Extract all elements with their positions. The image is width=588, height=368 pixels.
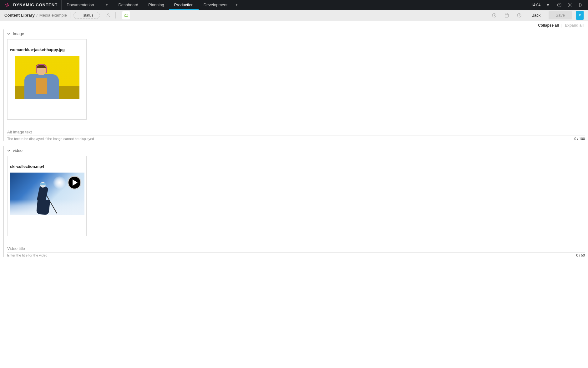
info-icon[interactable] [515, 11, 523, 19]
nav-more-dropdown[interactable]: ▼ [232, 0, 241, 10]
nav-dashboard[interactable]: Dashboard [113, 0, 143, 10]
svg-point-7 [519, 14, 520, 15]
breadcrumb-leaf: Media example [39, 13, 67, 18]
brand-logo[interactable]: DYNAMIC CONTENT [0, 0, 62, 10]
section-video: video ski-collection.mp4 Enter the title… [0, 146, 588, 257]
nav-production[interactable]: Production [169, 0, 199, 10]
video-thumbnail [10, 173, 84, 215]
save-button[interactable]: Save [549, 11, 572, 19]
top-nav: DYNAMIC CONTENT Documentation ▼ Dashboar… [0, 0, 588, 10]
nav-development[interactable]: Development [199, 0, 233, 10]
media-card-video[interactable]: ski-collection.mp4 [7, 156, 87, 236]
nav-planning[interactable]: Planning [143, 0, 169, 10]
expand-all-link: Expand all [565, 23, 584, 28]
caret-down-icon: ▼ [235, 3, 238, 7]
play-icon[interactable] [68, 176, 81, 189]
save-dropdown[interactable]: ▼ [576, 11, 584, 20]
media-filename: woman-blue-jacket-happy.jpg [10, 42, 84, 56]
assignee-icon[interactable] [104, 11, 112, 19]
image-thumbnail [15, 56, 79, 99]
breadcrumb: Content Library / Media example [4, 13, 67, 18]
caret-down-icon: ▼ [105, 3, 109, 7]
svg-rect-5 [505, 14, 509, 17]
svg-point-1 [559, 6, 560, 6]
field-help: Enter the title for the video [7, 253, 47, 257]
history-icon[interactable] [490, 11, 498, 19]
time-dropdown[interactable]: 14:04 ▼ [528, 3, 553, 7]
field-count: 0 / 100 [574, 137, 585, 141]
field-help: The text to be displayed if the image ca… [7, 137, 94, 141]
chevron-down-icon [7, 32, 10, 35]
caret-down-icon: ▼ [546, 3, 550, 7]
settings-icon[interactable] [565, 1, 574, 9]
back-button[interactable]: Back [528, 13, 544, 18]
svg-point-2 [569, 4, 570, 6]
collapse-all-link[interactable]: Collapse all [538, 23, 559, 28]
media-card-image[interactable]: woman-blue-jacket-happy.jpg [7, 39, 87, 120]
calendar-icon[interactable] [503, 11, 511, 19]
brand-text: DYNAMIC CONTENT [13, 3, 58, 7]
cloud-sync-button[interactable] [122, 11, 130, 19]
media-filename: ski-collection.mp4 [10, 159, 84, 173]
chevron-down-icon [7, 149, 10, 152]
alt-text-input[interactable] [7, 128, 585, 136]
section-header-video[interactable]: video [7, 146, 585, 155]
field-video-title: Enter the title for the video 0 / 50 [7, 245, 585, 257]
pinwheel-icon [4, 2, 11, 8]
nav-dropdown-documentation[interactable]: Documentation ▼ [62, 0, 113, 10]
field-alt-text: The text to be displayed if the image ca… [7, 128, 585, 141]
video-title-input[interactable] [7, 245, 585, 252]
section-image: Image woman-blue-jacket-happy.jpg The te… [0, 29, 588, 141]
section-header-image[interactable]: Image [7, 29, 585, 38]
field-count: 0 / 50 [576, 253, 585, 257]
collapse-bar: Collapse all | Expand all [0, 21, 588, 29]
logout-icon[interactable] [576, 1, 585, 9]
sub-bar: Content Library / Media example + status… [0, 10, 588, 21]
svg-point-3 [108, 13, 109, 15]
status-button[interactable]: + status [74, 12, 100, 19]
help-icon[interactable] [555, 1, 564, 9]
breadcrumb-root[interactable]: Content Library [4, 13, 35, 18]
